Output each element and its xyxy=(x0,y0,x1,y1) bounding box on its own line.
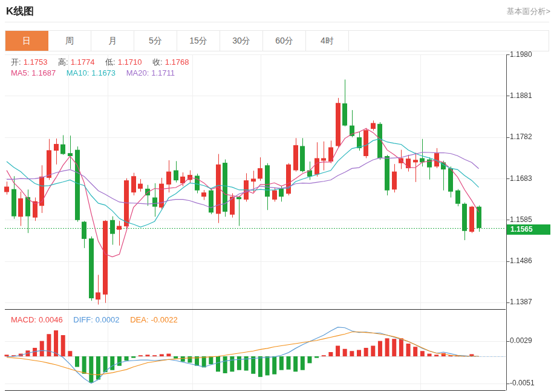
price-axis-label: 1.1585 xyxy=(510,215,552,224)
tab-60min[interactable]: 60分 xyxy=(263,31,306,51)
open-label: 开: xyxy=(11,57,21,67)
ma20-label: MA20: xyxy=(126,68,149,77)
ma5-value: 1.1687 xyxy=(31,68,56,77)
tab-4hour[interactable]: 4时 xyxy=(306,31,349,51)
dea-label: DEA: xyxy=(130,315,148,324)
tab-day[interactable]: 日 xyxy=(5,31,48,51)
close-value: 1.1768 xyxy=(165,57,189,67)
current-price-tag: 1.1565 xyxy=(507,224,550,235)
tab-month[interactable]: 月 xyxy=(91,31,134,51)
tab-30min[interactable]: 30分 xyxy=(220,31,263,51)
high-value: 1.1774 xyxy=(71,57,95,67)
price-axis-label: 1.1486 xyxy=(510,256,552,265)
price-axis-label: 1.1881 xyxy=(510,91,552,100)
price-axis-label: 1.1782 xyxy=(510,132,552,141)
macd-axis-label: 0.0029 xyxy=(510,336,552,345)
ohlc-header: 开:1.1753 高:1.1774 低:1.1710 收:1.1768 xyxy=(11,57,191,68)
price-axis-label: 1.1683 xyxy=(510,174,552,183)
tab-week[interactable]: 周 xyxy=(48,31,91,51)
macd-header: MACD:0.0046 DIFF:0.0002 DEA:-0.0022 xyxy=(11,315,180,324)
tab-15min[interactable]: 15分 xyxy=(177,31,220,51)
price-axis-label: 1.1980 xyxy=(510,50,552,59)
ma5-label: MA5: xyxy=(11,68,29,77)
ma20-value: 1.1711 xyxy=(151,68,175,77)
diff-value: 0.0002 xyxy=(96,315,120,324)
open-value: 1.1753 xyxy=(24,57,48,67)
title-divider xyxy=(5,22,549,22)
page-title: K线图 xyxy=(6,4,34,18)
dea-value: -0.0022 xyxy=(151,315,178,324)
close-label: 收: xyxy=(152,57,163,67)
price-axis-label: 1.1387 xyxy=(510,298,552,306)
diff-label: DIFF: xyxy=(73,315,93,324)
ma-header: MA5:1.1687 MA10:1.1673 MA20:1.1711 xyxy=(11,68,177,77)
high-label: 高: xyxy=(58,57,68,67)
macd-axis-label: -0.0051 xyxy=(510,379,552,387)
low-label: 低: xyxy=(105,57,116,67)
interval-tabbar: 日 周 月 5分 15分 30分 60分 4时 xyxy=(5,30,549,51)
ma10-value: 1.1673 xyxy=(91,68,116,77)
macd-label: MACD: xyxy=(11,315,36,324)
fundamental-analysis-link[interactable]: 基本面分析> xyxy=(506,6,550,17)
tab-5min[interactable]: 5分 xyxy=(134,31,177,51)
macd-value: 0.0046 xyxy=(39,315,63,324)
ma10-label: MA10: xyxy=(67,68,90,77)
low-value: 1.1710 xyxy=(118,57,142,67)
